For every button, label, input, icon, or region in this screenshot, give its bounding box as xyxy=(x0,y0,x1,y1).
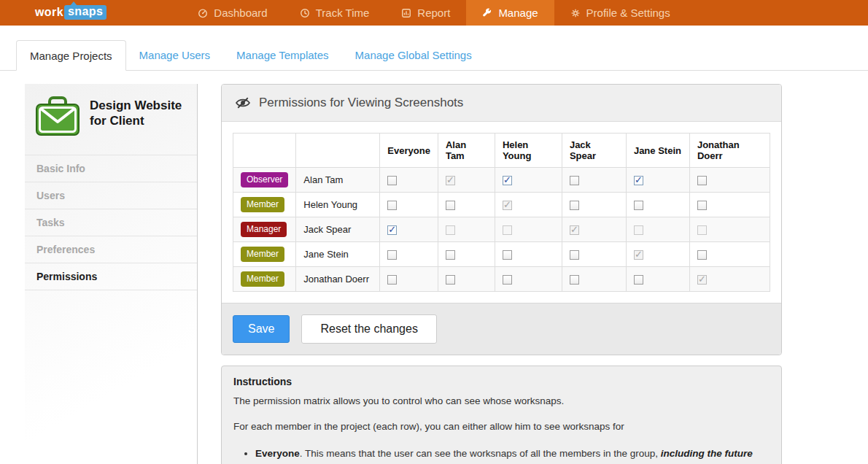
sidebar-item-permissions[interactable]: Permissions xyxy=(25,263,197,290)
permission-checkbox xyxy=(446,225,455,235)
role-badge: Manager xyxy=(241,222,287,237)
permission-checkbox[interactable] xyxy=(634,176,643,185)
permission-checkbox[interactable] xyxy=(634,201,643,210)
nav-item-label: Report xyxy=(417,7,450,19)
member-name: Jack Spear xyxy=(296,217,380,242)
permission-checkbox[interactable] xyxy=(697,201,707,210)
tab-label: Manage Users xyxy=(139,49,211,61)
main-content: Permissions for Viewing Screenshots Ever… xyxy=(221,84,782,464)
matrix-row-jane-stein: Member Jane Stein xyxy=(233,242,770,267)
permission-checkbox xyxy=(503,201,512,210)
role-badge: Member xyxy=(241,271,284,287)
member-name: Jonathan Doerr xyxy=(296,267,380,292)
matrix-row-jack-spear: Manager Jack Spear xyxy=(233,217,770,242)
permission-checkbox[interactable] xyxy=(697,176,707,185)
instructions-para-2: For each member in the project (each row… xyxy=(233,419,770,434)
save-button[interactable]: Save xyxy=(233,315,290,343)
member-name: Helen Young xyxy=(296,193,380,217)
permission-checkbox[interactable] xyxy=(503,176,512,185)
panel-title: Permissions for Viewing Screenshots xyxy=(259,96,463,110)
permission-checkbox[interactable] xyxy=(570,250,579,260)
permissions-panel: Permissions for Viewing Screenshots Ever… xyxy=(221,84,782,355)
eye-slash-icon xyxy=(235,96,251,109)
nav-item-track-time[interactable]: Track Time xyxy=(284,0,386,26)
tab-manage-users[interactable]: Manage Users xyxy=(126,40,224,70)
sidebar-item-tasks[interactable]: Tasks xyxy=(25,209,197,236)
instructions-list: Everyone. This means that the user can s… xyxy=(233,446,770,464)
permission-checkbox xyxy=(446,176,455,185)
tab-manage-templates[interactable]: Manage Templates xyxy=(223,40,341,70)
permission-checkbox[interactable] xyxy=(446,250,455,260)
nav-item-manage[interactable]: Manage xyxy=(466,0,554,26)
permission-checkbox xyxy=(634,225,643,235)
clock-icon xyxy=(300,8,310,18)
instructions-bullet-everyone: Everyone. This means that the user can s… xyxy=(255,446,770,464)
nav-item-label: Dashboard xyxy=(214,7,267,19)
header-role-empty xyxy=(233,134,296,168)
bullet-term: Everyone xyxy=(255,448,300,459)
permission-matrix-table: Everyone Alan Tam Helen Young Jack Spear… xyxy=(233,133,770,292)
permission-checkbox[interactable] xyxy=(697,250,707,260)
project-header: Design Website for Client xyxy=(25,84,197,148)
column-header: Helen Young xyxy=(495,134,562,168)
permissions-panel-header: Permissions for Viewing Screenshots xyxy=(222,85,781,122)
header-name-empty xyxy=(296,134,380,168)
nav-item-label: Profile & Settings xyxy=(586,7,670,19)
nav-item-label: Track Time xyxy=(316,7,370,19)
instructions-panel: Instructions The permission matrix allow… xyxy=(221,366,782,464)
project-title: Design Website for Client xyxy=(90,96,188,129)
permission-checkbox[interactable] xyxy=(634,275,643,285)
permission-checkbox[interactable] xyxy=(570,176,579,185)
permissions-panel-body: Everyone Alan Tam Helen Young Jack Spear… xyxy=(222,122,781,303)
matrix-row-alan-tam: Observer Alan Tam xyxy=(233,168,770,193)
matrix-row-helen-young: Member Helen Young xyxy=(233,193,770,217)
project-menu: Basic Info Users Tasks Preferences Permi… xyxy=(25,155,197,290)
role-badge: Member xyxy=(241,197,284,212)
permission-checkbox[interactable] xyxy=(503,250,512,260)
member-name: Alan Tam xyxy=(296,168,380,193)
permission-checkbox[interactable] xyxy=(446,275,455,285)
bullet-text: . This means that the user can see the w… xyxy=(300,448,661,459)
permission-checkbox[interactable] xyxy=(387,176,397,185)
logo-text-snaps: snaps xyxy=(64,5,106,20)
nav-item-report[interactable]: Report xyxy=(385,0,466,26)
permission-checkbox[interactable] xyxy=(387,225,397,235)
manage-tabs: Manage Projects Manage Users Manage Temp… xyxy=(0,40,868,71)
gear-icon xyxy=(570,8,581,18)
permission-checkbox[interactable] xyxy=(387,250,397,260)
sidebar-item-users[interactable]: Users xyxy=(25,182,197,209)
sidebar-item-basic-info[interactable]: Basic Info xyxy=(25,155,197,182)
tab-label: Manage Global Settings xyxy=(355,49,472,61)
permission-checkbox[interactable] xyxy=(570,201,579,210)
worksnaps-app: work snaps Dashboard Track Time xyxy=(0,0,868,464)
sidebar-item-preferences[interactable]: Preferences xyxy=(25,236,197,263)
logo-text-work: work xyxy=(35,6,63,19)
tab-manage-global-settings[interactable]: Manage Global Settings xyxy=(342,40,485,70)
matrix-header-row: Everyone Alan Tam Helen Young Jack Spear… xyxy=(233,134,770,168)
column-header: Jane Stein xyxy=(626,134,689,168)
tab-label: Manage Templates xyxy=(236,49,328,61)
permissions-panel-footer: Save Reset the changes xyxy=(222,303,781,355)
column-header: Jonathan Doerr xyxy=(689,134,770,168)
top-navbar: work snaps Dashboard Track Time xyxy=(0,0,868,26)
reset-changes-button[interactable]: Reset the changes xyxy=(301,314,436,344)
permission-checkbox[interactable] xyxy=(570,275,579,285)
permission-checkbox[interactable] xyxy=(446,201,455,210)
permission-checkbox[interactable] xyxy=(503,275,512,285)
permission-checkbox xyxy=(570,225,579,235)
permission-checkbox xyxy=(697,275,707,285)
nav-item-dashboard[interactable]: Dashboard xyxy=(182,0,283,26)
wrench-icon xyxy=(482,8,492,18)
role-badge: Member xyxy=(241,247,284,262)
column-header: Everyone xyxy=(380,134,438,168)
dashboard-icon xyxy=(198,8,208,18)
worksnaps-logo[interactable]: work snaps xyxy=(35,5,106,20)
instructions-title: Instructions xyxy=(233,376,770,387)
nav-item-profile-settings[interactable]: Profile & Settings xyxy=(554,0,686,26)
report-icon xyxy=(401,8,411,18)
permission-checkbox[interactable] xyxy=(387,275,397,285)
column-header: Jack Spear xyxy=(562,134,626,168)
permission-checkbox[interactable] xyxy=(387,201,397,210)
nav-item-label: Manage xyxy=(498,7,538,19)
tab-manage-projects[interactable]: Manage Projects xyxy=(16,40,126,71)
